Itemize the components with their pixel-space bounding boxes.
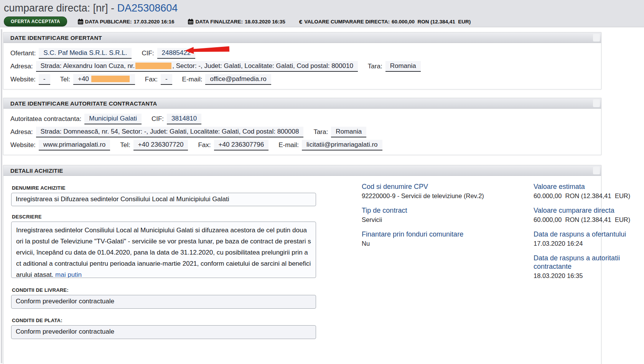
descriere-field[interactable]: Inregistrarea sedintelor Consiliului Loc… (11, 222, 316, 278)
autoritate-tel-value: +40 236307720 (133, 140, 188, 151)
ofertant-email-value[interactable]: office@pafmedia.ro (205, 74, 271, 85)
cpv-label: Cod si denumire CPV (362, 182, 527, 191)
data-finalizare-value: 18.03.2020 16:35 (245, 19, 285, 25)
conditii-plata-label: CONDITII DE PLATA: (12, 318, 601, 323)
autoritate-label: Autoritatea contractanta: (10, 115, 81, 123)
finantare-value: Nu (362, 239, 527, 248)
top-header-bar: cumparare directa: [nr] - DA25308604 OFE… (0, 0, 644, 27)
ofertant-cif-label: CIF: (142, 50, 154, 57)
euro-icon: € (299, 18, 302, 25)
status-badge: OFERTA ACCEPTATA (4, 17, 67, 26)
ofertant-fax-label: Fax: (145, 76, 158, 83)
page-title: cumparare directa: [nr] - DA25308604 (4, 2, 644, 14)
valoare-cd-value: 60.000,00 RON (12.384,41 EUR) (534, 215, 632, 224)
autoritate-cif-label: CIF: (152, 115, 164, 123)
ofertant-email-label: E-mail: (182, 76, 203, 83)
tip-contract-group: Tip de contract Servicii (362, 206, 527, 224)
data-publicare-item: DATA PUBLICARE: 17.03.2020 16:16 (78, 19, 175, 25)
adresa-text-after: , Sector: -, Judet: Galati, Localitate: … (172, 62, 353, 69)
raspuns-ofertant-value: 17.03.2020 16:24 (534, 239, 632, 248)
ofertant-tara-label: Tara: (368, 63, 382, 70)
descriere-text: Inregistrarea sedintelor Consiliului Loc… (16, 227, 311, 278)
autoritate-email-value[interactable]: licitatii@primariagalati.ro (302, 140, 382, 151)
section-ofertant: DATE IDENTIFICARE OFERTANT Ofertant: S.C… (3, 32, 601, 89)
conditii-livrare-label: CONDITII DE LIVRARE: (12, 287, 601, 293)
data-publicare-value: 17.03.2020 16:16 (134, 19, 175, 25)
conditii-livrare-field[interactable]: Conform prevederilor contractuale (11, 295, 316, 309)
cpv-group: Cod si denumire CPV 92220000-9 - Servici… (362, 182, 527, 200)
autoritate-website-value[interactable]: www.primariagalati.ro (39, 140, 110, 151)
raspuns-autoritate-group: Data de raspuns a autoritatii contractan… (534, 254, 632, 280)
raspuns-ofertant-label: Data de raspuns a ofertantului (534, 230, 632, 238)
adresa-text-before: Strada: Alexandru Ioan Cuza, nr. (41, 62, 135, 69)
ofertant-tel-value: +40 (73, 74, 135, 85)
data-finalizare-item: DATA FINALIZARE: 18.03.2020 16:35 (188, 19, 285, 25)
valoare-label: VALOARE CUMPARARE DIRECTA: (304, 19, 390, 25)
autoritate-adresa-row: Adresa: Strada: Domnească, nr. 54, Secto… (10, 126, 601, 139)
detalii-right-column: Valoare estimata 60.000,00 RON (12.384,4… (534, 182, 632, 286)
section-autoritate-header: DATE IDENTIFICARE AUTORITATE CONTRACTANT… (3, 98, 601, 109)
page-title-prefix: cumparare directa: [nr] - (4, 2, 117, 14)
mai-putin-link[interactable]: mai putin (55, 271, 82, 278)
detalii-middle-column: Cod si denumire CPV 92220000-9 - Servici… (362, 182, 527, 254)
ofertant-name-value[interactable]: S.C. Paf Media S.R.L. S.R.L. (39, 48, 132, 59)
data-publicare-label: DATA PUBLICARE: (85, 19, 132, 25)
status-row: OFERTA ACCEPTATA DATA PUBLICARE: 17.03.2… (4, 17, 644, 26)
ofertant-adresa-row: Adresa: Strada: Alexandru Ioan Cuza, nr.… (10, 60, 601, 73)
data-finalizare-label: DATA FINALIZARE: (195, 19, 242, 25)
valoare-cd-label: Valoare cumparare directa (534, 206, 632, 215)
valoare-estimata-label: Valoare estimata (534, 182, 632, 191)
header-end-cap (593, 167, 600, 174)
section-detalii-header: DETALII ACHIZITIE (3, 165, 601, 176)
section-detalii-title: DETALII ACHIZITIE (10, 167, 63, 174)
tip-contract-value: Servicii (362, 215, 527, 224)
autoritate-tara-value: Romania (331, 127, 366, 137)
red-annotation-arrow (184, 45, 230, 56)
autoritate-website-label: Website: (10, 141, 36, 149)
redaction-block (91, 76, 130, 82)
raspuns-autoritate-label: Data de raspuns a autoritatii contractan… (534, 254, 632, 271)
valoare-estimata-group: Valoare estimata 60.000,00 RON (12.384,4… (534, 182, 632, 200)
conditii-plata-field[interactable]: Conform prevederilor contractuale (11, 325, 316, 339)
procedure-number[interactable]: DA25308604 (117, 2, 178, 14)
finantare-group: Finantare prin fonduri comunitare Nu (362, 230, 527, 248)
autoritate-tara-label: Tara: (313, 128, 328, 136)
ofertant-row: Ofertant: S.C. Paf Media S.R.L. S.R.L. C… (10, 47, 601, 60)
autoritate-adresa-value: Strada: Domnească, nr. 54, Sector: -, Ju… (36, 127, 304, 137)
redaction-block (135, 63, 171, 69)
ofertant-fax-value: - (161, 74, 172, 85)
ofertant-adresa-value: Strada: Alexandru Ioan Cuza, nr., Sector… (36, 61, 358, 72)
denumire-achizitie-field[interactable]: Inregistrarea si Difuzarea sedintelor Co… (11, 193, 316, 206)
raspuns-autoritate-value: 18.03.2020 16:35 (534, 271, 632, 280)
ofertant-adresa-label: Adresa: (10, 63, 33, 70)
ofertant-label: Ofertant: (10, 50, 36, 57)
ofertant-website-value: - (39, 74, 50, 85)
autoritate-name-value[interactable]: Municipiul Galati (84, 114, 142, 124)
valoare-value: 60.000,00 RON (12.384,41 EUR) (392, 19, 471, 25)
section-autoritate-body: Autoritatea contractanta: Municipiul Gal… (3, 109, 601, 155)
section-ofertant-title: DATE IDENTIFICARE OFERTANT (10, 35, 102, 41)
tip-contract-label: Tip de contract (362, 206, 527, 215)
valoare-cd-group: Valoare cumparare directa 60.000,00 RON … (534, 206, 632, 224)
autoritate-fax-label: Fax: (198, 141, 211, 149)
valoare-item: € VALOARE CUMPARARE DIRECTA: 60.000,00 R… (299, 18, 471, 25)
calendar-icon (188, 19, 193, 25)
section-ofertant-body: Ofertant: S.C. Paf Media S.R.L. S.R.L. C… (3, 43, 601, 89)
autoritate-email-label: E-mail: (278, 141, 299, 149)
section-ofertant-header: DATE IDENTIFICARE OFERTANT (3, 33, 601, 43)
raspuns-ofertant-group: Data de raspuns a ofertantului 17.03.202… (534, 230, 632, 248)
autoritate-tel-label: Tel: (120, 141, 130, 149)
valoare-estimata-value: 60.000,00 RON (12.384,41 EUR) (534, 192, 632, 200)
section-autoritate-title: DATE IDENTIFICARE AUTORITATE CONTRACTANT… (10, 100, 157, 107)
autoritate-cif-value: 3814810 (167, 114, 201, 124)
header-end-cap (593, 99, 600, 107)
calendar-icon (78, 19, 83, 25)
ofertant-contact-row: Website: - Tel: +40 Fax: - E-mail: offic… (10, 73, 601, 86)
autoritate-adresa-label: Adresa: (10, 128, 33, 136)
autoritate-row: Autoritatea contractanta: Municipiul Gal… (10, 113, 601, 126)
ofertant-tara-value: Romania (385, 61, 421, 72)
finantare-label: Finantare prin fonduri comunitare (362, 230, 527, 238)
section-detalii: DETALII ACHIZITIE DENUMIRE ACHIZITIE Inr… (3, 165, 601, 364)
ofertant-website-label: Website: (10, 76, 36, 83)
autoritate-fax-value: +40 236307796 (214, 140, 269, 151)
